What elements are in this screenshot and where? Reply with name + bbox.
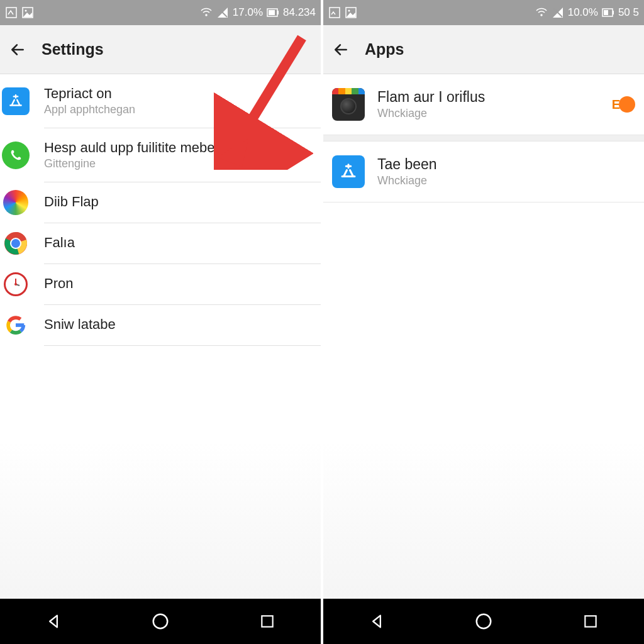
apps-item-flam[interactable]: Flam aur I oriflus Whckiage E: [323, 74, 644, 135]
nav-bar: [323, 599, 644, 644]
nav-back-button[interactable]: [42, 610, 65, 633]
appstore-icon: [332, 155, 365, 188]
page-title: Apps: [365, 40, 404, 58]
item-title: Pron: [44, 275, 311, 292]
svg-rect-15: [262, 616, 272, 626]
svg-rect-22: [604, 10, 608, 15]
apps-item-tae[interactable]: Tae been Whckiage: [323, 142, 644, 203]
google-g-icon: [3, 313, 28, 338]
item-title: Diib Flap: [44, 194, 311, 210]
item-title: Tae been: [377, 156, 635, 173]
item-title: Falıa: [44, 235, 311, 251]
camera-icon: [332, 88, 365, 121]
status-box-icon: [5, 6, 18, 19]
nav-back-button[interactable]: [365, 610, 388, 633]
settings-list[interactable]: Tepriact on Appl apphtchegan Hesp auld u…: [0, 74, 321, 599]
nav-recents-button[interactable]: [256, 610, 279, 633]
toggle-switch[interactable]: E: [612, 96, 635, 113]
svg-rect-0: [6, 8, 16, 18]
item-title: Tepriact on: [44, 86, 311, 102]
wifi-icon: [200, 6, 213, 19]
svg-rect-16: [330, 8, 340, 18]
item-sub: Gittengine: [44, 157, 311, 170]
svg-point-9: [11, 239, 20, 248]
signal-icon: [216, 6, 229, 19]
item-sub: Appl apphtchegan: [44, 103, 311, 116]
status-image-icon: [345, 6, 357, 19]
svg-point-2: [25, 10, 27, 12]
battery-icon: [267, 6, 279, 19]
battery-pct: 10.0%: [568, 6, 598, 19]
settings-item-pron[interactable]: Pron: [44, 264, 321, 305]
svg-rect-5: [277, 11, 279, 14]
settings-item-tepriact[interactable]: Tepriact on Appl apphtchegan: [44, 74, 321, 128]
status-clock: 84.234: [283, 6, 316, 19]
svg-point-23: [477, 614, 491, 629]
status-clock: 50 5: [618, 6, 639, 19]
header: Settings: [0, 25, 321, 74]
page-title: Settings: [42, 40, 104, 58]
nav-recents-button[interactable]: [579, 610, 602, 633]
item-title: Flam aur I oriflus: [377, 89, 599, 106]
svg-rect-24: [585, 616, 596, 626]
settings-item-sniw[interactable]: Sniw latabe: [44, 305, 321, 346]
nav-home-button[interactable]: [472, 610, 495, 633]
nav-bar: [0, 599, 321, 644]
back-button[interactable]: [9, 41, 26, 58]
phone-right: 10.0% 50 5 Apps Flam aur I o: [321, 0, 644, 644]
phone-left: 17.0% 84.234 Settings Tepriact on Appl a…: [0, 0, 321, 644]
signal-icon: [552, 6, 564, 19]
svg-point-18: [348, 10, 350, 12]
list-separator: [323, 135, 644, 142]
status-box-icon: [328, 6, 341, 19]
clock-icon: [4, 272, 28, 296]
wifi-icon: [535, 6, 548, 19]
toggle-knob: [619, 96, 635, 113]
svg-rect-6: [269, 10, 275, 15]
settings-item-falia[interactable]: Falıa: [44, 223, 321, 264]
settings-item-diib[interactable]: Diib Flap: [44, 182, 321, 223]
nav-home-button[interactable]: [149, 610, 172, 633]
back-button[interactable]: [332, 41, 350, 58]
chrome-icon: [3, 231, 28, 256]
header: Apps: [323, 25, 644, 74]
svg-point-14: [153, 614, 168, 629]
appstore-icon: [2, 87, 30, 115]
status-image-icon: [21, 6, 34, 19]
battery-pct: 17.0%: [233, 6, 263, 19]
apps-list[interactable]: Flam aur I oriflus Whckiage E Tae been W…: [323, 74, 644, 599]
status-bar: 10.0% 50 5: [323, 0, 644, 25]
battery-icon: [602, 6, 614, 19]
item-title: Hesp auld upp fuilitite mebean: [44, 140, 311, 156]
phone-icon: [2, 142, 30, 169]
status-bar: 17.0% 84.234: [0, 0, 321, 25]
settings-item-hesp[interactable]: Hesp auld upp fuilitite mebean Gittengin…: [44, 128, 321, 182]
svg-rect-21: [613, 11, 614, 14]
svg-point-12: [14, 283, 17, 286]
item-sub: Whckiage: [377, 107, 599, 120]
item-title: Sniw latabe: [44, 316, 311, 333]
colorful-icon: [3, 190, 28, 215]
item-sub: Whckiage: [377, 174, 635, 187]
